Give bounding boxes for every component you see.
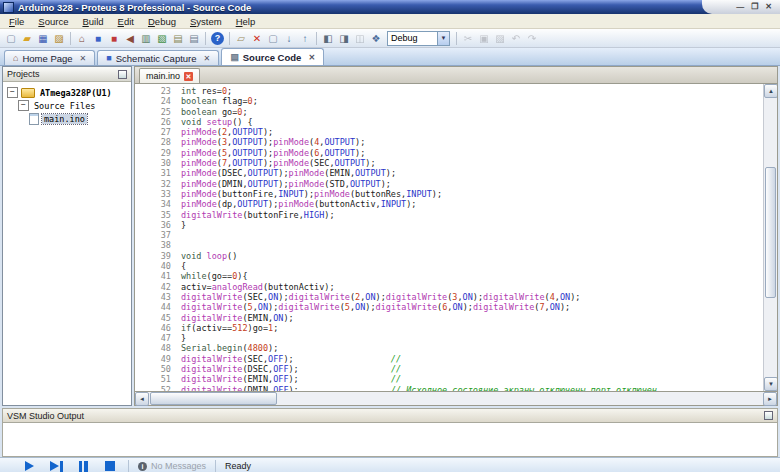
- code-line[interactable]: 42activ=analogRead(buttonActiv);: [135, 282, 764, 292]
- code-area[interactable]: 23int res=0;24boolean flag=0;25boolean g…: [135, 86, 764, 391]
- code-line[interactable]: 40{: [135, 261, 764, 271]
- code-line[interactable]: 47}: [135, 333, 764, 343]
- remove-file-icon[interactable]: ✕: [249, 31, 265, 46]
- schematic-capture-icon[interactable]: ■: [90, 31, 106, 46]
- code-line[interactable]: 33pinMode(buttonFire,INPUT);pinMode(butt…: [135, 189, 764, 199]
- menu-item-source[interactable]: Source: [31, 15, 75, 27]
- scroll-left-icon[interactable]: ◄: [135, 392, 149, 406]
- close-button[interactable]: ✕: [765, 3, 772, 11]
- code-line[interactable]: 27pinMode(2,OUTPUT);: [135, 127, 764, 137]
- toolbar-separator: [70, 32, 71, 45]
- expander-icon[interactable]: −: [18, 100, 29, 111]
- paste-icon[interactable]: ▨: [492, 31, 508, 46]
- code-line[interactable]: 38: [135, 240, 764, 250]
- new-project-icon[interactable]: ▢: [3, 31, 19, 46]
- undo-icon[interactable]: ↶: [508, 31, 524, 46]
- tab-close-icon[interactable]: ✕: [308, 53, 315, 62]
- add-file-icon[interactable]: ▱: [233, 31, 249, 46]
- rebuild-project-icon[interactable]: ◨: [336, 31, 352, 46]
- stop-simulation-button[interactable]: [101, 460, 119, 472]
- code-line[interactable]: 23int res=0;: [135, 86, 764, 96]
- source-code-icon[interactable]: ▤: [186, 31, 202, 46]
- 3d-visualizer-icon[interactable]: ◀: [122, 31, 138, 46]
- code-line[interactable]: 39void loop(): [135, 251, 764, 261]
- menu-item-file[interactable]: File: [2, 15, 31, 27]
- projects-tree: −ATmega328P(U1)−Source Filesmain.ino: [3, 82, 131, 405]
- debug-configuration-select[interactable]: Debug▼: [387, 31, 450, 46]
- import-file-icon[interactable]: ↓: [281, 31, 297, 46]
- scroll-right-icon[interactable]: ►: [763, 392, 777, 406]
- code-line[interactable]: 50digitalWrite(DSEC,OFF); //: [135, 364, 764, 374]
- horizontal-scrollbar[interactable]: ◄ ►: [134, 391, 778, 406]
- export-file-icon[interactable]: ↑: [297, 31, 313, 46]
- code-line[interactable]: 37: [135, 230, 764, 240]
- save-project-icon[interactable]: ▦: [35, 31, 51, 46]
- pause-simulation-button[interactable]: [74, 460, 92, 472]
- vertical-scrollbar[interactable]: ▲ ▼: [763, 84, 777, 391]
- code-line[interactable]: 29pinMode(5,OUTPUT);pinMode(6,OUTPUT);: [135, 148, 764, 158]
- tab-source-code[interactable]: ▤Source Code✕: [221, 48, 324, 65]
- step-simulation-button[interactable]: [47, 460, 65, 472]
- menu-item-build[interactable]: Build: [75, 15, 110, 27]
- home-page-icon[interactable]: ⌂: [74, 31, 90, 46]
- minimize-button[interactable]: —: [736, 3, 744, 11]
- menu-item-system[interactable]: System: [183, 15, 229, 27]
- redo-icon[interactable]: ↷: [524, 31, 540, 46]
- scroll-up-icon[interactable]: ▲: [764, 84, 778, 98]
- expander-icon[interactable]: −: [7, 87, 18, 98]
- code-line[interactable]: 32pinMode(DMIN,OUTPUT);pinMode(STD,OUTPU…: [135, 179, 764, 189]
- restore-button[interactable]: ❐: [751, 3, 758, 11]
- code-line[interactable]: 51digitalWrite(EMIN,OFF); //: [135, 374, 764, 384]
- scroll-down-icon[interactable]: ▼: [764, 377, 778, 391]
- run-simulation-button[interactable]: [20, 460, 38, 472]
- clean-project-icon[interactable]: ◫: [352, 31, 368, 46]
- cut-icon[interactable]: ✂: [460, 31, 476, 46]
- file-tab-close-icon[interactable]: ✕: [184, 72, 193, 81]
- gerber-viewer-icon[interactable]: ▥: [138, 31, 154, 46]
- line-number: 29: [135, 148, 181, 158]
- code-line[interactable]: 36}: [135, 220, 764, 230]
- code-line[interactable]: 28pinMode(3,OUTPUT);pinMode(4,OUTPUT);: [135, 137, 764, 147]
- code-line[interactable]: 46if(activ==512)go=1;: [135, 323, 764, 333]
- horizontal-scroll-thumb[interactable]: [150, 392, 277, 405]
- code-line[interactable]: 49digitalWrite(SEC,OFF); //: [135, 354, 764, 364]
- menu-item-edit[interactable]: Edit: [111, 15, 141, 27]
- line-number: 42: [135, 282, 181, 292]
- tree-node-source-files[interactable]: −Source Files: [3, 99, 131, 112]
- copy-icon[interactable]: ▣: [476, 31, 492, 46]
- vertical-scroll-thumb[interactable]: [765, 167, 776, 298]
- bill-of-materials-icon[interactable]: ▤: [170, 31, 186, 46]
- pcb-layout-icon[interactable]: ■: [106, 31, 122, 46]
- chevron-down-icon[interactable]: ▼: [437, 32, 449, 45]
- code-line[interactable]: 24boolean flag=0;: [135, 96, 764, 106]
- menu-item-help[interactable]: Help: [229, 15, 263, 27]
- build-target-icon[interactable]: ❖: [368, 31, 384, 46]
- code-line[interactable]: 44digitalWrite(5,ON);digitalWrite(5,ON);…: [135, 302, 764, 312]
- code-line[interactable]: 34pinMode(dp,OUTPUT);pinMode(buttonActiv…: [135, 199, 764, 209]
- tab-schematic-capture[interactable]: ■Schematic Capture✕: [97, 50, 219, 65]
- tree-node-main-ino[interactable]: main.ino: [3, 112, 131, 125]
- tab-close-icon[interactable]: ✕: [204, 54, 211, 63]
- build-project-icon[interactable]: ◧: [320, 31, 336, 46]
- help-icon[interactable]: ?: [211, 32, 224, 45]
- code-line[interactable]: 35digitalWrite(buttonFire,HIGH);: [135, 210, 764, 220]
- panel-dock-icon[interactable]: [118, 70, 127, 79]
- tree-node-atmega328p-u1[interactable]: −ATmega328P(U1): [3, 86, 131, 99]
- tab-close-icon[interactable]: ✕: [80, 54, 87, 63]
- code-line[interactable]: 41while(go==0){: [135, 271, 764, 281]
- output-dock-icon[interactable]: [764, 411, 773, 420]
- open-project-icon[interactable]: ▰: [19, 31, 35, 46]
- code-line[interactable]: 43digitalWrite(SEC,ON);digitalWrite(2,ON…: [135, 292, 764, 302]
- code-line[interactable]: 25boolean go=0;: [135, 107, 764, 117]
- code-line[interactable]: 45digitalWrite(EMIN,ON);: [135, 313, 764, 323]
- tab-home-page[interactable]: ⌂Home Page✕: [4, 50, 95, 65]
- code-line[interactable]: 30pinMode(7,OUTPUT);pinMode(SEC,OUTPUT);: [135, 158, 764, 168]
- file-tab-main-ino[interactable]: main.ino ✕: [139, 68, 200, 83]
- code-line[interactable]: 31pinMode(DSEC,OUTPUT);pinMode(EMIN,OUTP…: [135, 168, 764, 178]
- code-line[interactable]: 48Serial.begin(4800);: [135, 343, 764, 353]
- design-explorer-icon[interactable]: ▧: [154, 31, 170, 46]
- menu-item-debug[interactable]: Debug: [141, 15, 183, 27]
- code-line[interactable]: 26void setup() {: [135, 117, 764, 127]
- new-file-icon[interactable]: ▢: [265, 31, 281, 46]
- import-legacy-project-icon[interactable]: ▨: [51, 31, 67, 46]
